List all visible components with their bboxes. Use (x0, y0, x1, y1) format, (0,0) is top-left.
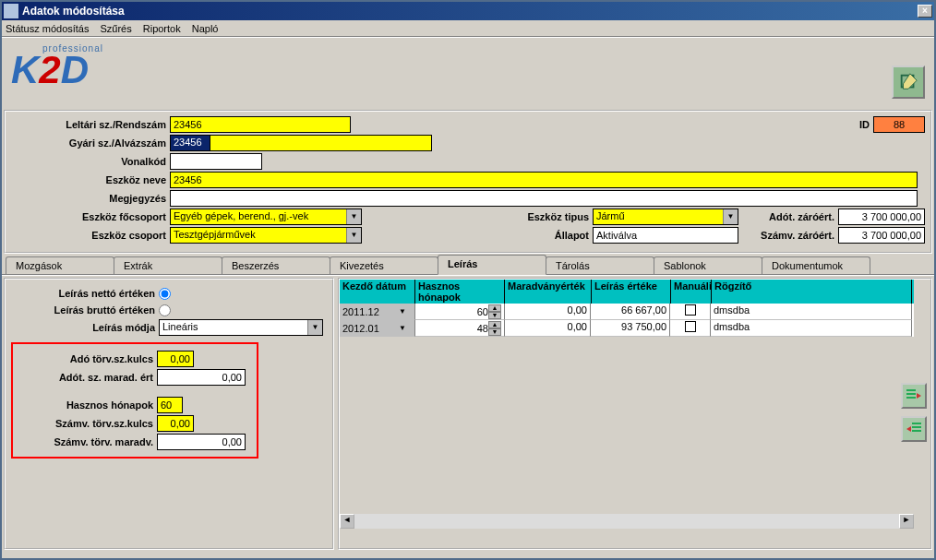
input-leltari[interactable] (170, 116, 351, 133)
label-focsoport: Eszköz főcsoport (11, 211, 170, 222)
cell-man[interactable] (670, 320, 711, 337)
input-adot[interactable] (838, 209, 925, 225)
label-hasznos: Hasznos hónapok (18, 399, 157, 411)
tab-tarolas[interactable]: Tárolás (546, 256, 654, 274)
svg-rect-3 (906, 397, 916, 399)
svg-rect-6 (912, 430, 921, 432)
menubar: Státusz módosítás Szűrés Riportok Napló (2, 20, 934, 37)
chevron-down-icon[interactable]: ▼ (399, 321, 412, 336)
grid-row[interactable]: 2011.12▼ 60▲▼ 0,00 66 667,00 dmsdba (340, 304, 914, 320)
edit-button[interactable] (892, 66, 925, 99)
svg-rect-2 (906, 393, 916, 395)
header-form: Leltári sz./Rendszám ID Gyári sz./Alvázs… (4, 110, 932, 254)
col-ertek[interactable]: Leírás értéke (592, 280, 671, 304)
col-rog[interactable]: Rögzítő (712, 280, 912, 304)
cell-ertek: 66 667,00 (591, 304, 670, 320)
tab-mozgasok[interactable]: Mozgások (6, 256, 114, 274)
col-months[interactable]: Hasznos hónapok (415, 280, 505, 304)
cell-months: 60 (477, 306, 488, 317)
tab-kivezetes[interactable]: Kivezetés (330, 256, 438, 274)
tabstrip: Mozgások Extrák Beszerzés Kivezetés Leír… (2, 255, 934, 275)
cell-marad: 0,00 (505, 320, 591, 337)
radio-brutto[interactable] (159, 304, 171, 316)
chevron-down-icon[interactable]: ▼ (346, 228, 361, 243)
list-arrow-icon (906, 387, 922, 404)
input-szamv-marad[interactable] (157, 434, 246, 450)
combo-tipus[interactable]: Jármű ▼ (593, 209, 738, 225)
label-adot: Adót. záróért. (746, 211, 838, 222)
scroll-track[interactable] (354, 514, 899, 529)
tab-extrak[interactable]: Extrák (114, 256, 222, 274)
svg-rect-5 (912, 426, 921, 428)
input-allapot (593, 227, 738, 244)
combo-focsoport-text: Egyéb gépek, berend., gj.-vek (171, 209, 346, 224)
spinner-icon[interactable]: ▲▼ (488, 321, 501, 336)
scroll-right-icon[interactable]: ► (899, 514, 914, 529)
grid-header: Kezdő dátum Hasznos hónapok Maradványért… (340, 280, 914, 304)
input-id (873, 116, 925, 133)
label-szamv: Számv. záróért. (746, 230, 838, 241)
tab-leiras[interactable]: Leírás (438, 255, 546, 275)
menu-filter[interactable]: Szűrés (101, 23, 132, 34)
grid-row[interactable]: 2012.01▼ 48▲▼ 0,00 93 750,00 dmsdba (340, 320, 914, 337)
combo-csoport[interactable]: Tesztgépjárművek ▼ (170, 227, 362, 244)
col-man[interactable]: Manuáli (671, 280, 712, 304)
list-arrow-back-icon (906, 421, 922, 437)
cell-rog: dmsdba (711, 304, 912, 320)
menu-reports[interactable]: Riportok (143, 23, 181, 34)
label-csoport: Eszköz csoport (11, 230, 170, 241)
combo-modja[interactable]: Lineáris ▼ (159, 319, 323, 336)
input-ado-kulcs[interactable] (157, 351, 194, 367)
label-id: ID (851, 119, 873, 130)
logo-d: D (61, 48, 89, 91)
tab-sablonok[interactable]: Sablonok (654, 256, 762, 274)
close-button[interactable]: × (918, 5, 932, 18)
combo-csoport-text: Tesztgépjárművek (171, 228, 346, 243)
chevron-down-icon[interactable]: ▼ (723, 209, 738, 224)
col-marad[interactable]: Maradványérték (505, 280, 592, 304)
input-neve[interactable] (170, 172, 918, 188)
logo: professional K2D (11, 43, 103, 87)
toolbar-area: professional K2D (2, 37, 934, 109)
cell-date: 2011.12 (342, 306, 379, 317)
grid: Kezdő dátum Hasznos hónapok Maradványért… (340, 280, 914, 337)
spinner-icon[interactable]: ▲▼ (488, 304, 501, 319)
insert-row-button[interactable] (901, 383, 927, 409)
label-tipus: Eszköz tipus (473, 211, 593, 222)
label-szamv-marad: Számv. törv. maradv. (18, 436, 157, 447)
input-gyari-selected[interactable]: 23456 (170, 135, 210, 151)
svg-rect-1 (906, 389, 916, 391)
input-vonalkod[interactable] (170, 153, 262, 170)
cell-months: 48 (477, 323, 488, 334)
chevron-down-icon[interactable]: ▼ (307, 320, 322, 335)
input-gyari-rest[interactable] (210, 135, 432, 151)
horizontal-scrollbar[interactable]: ◄ ► (340, 514, 914, 529)
input-adot-marad[interactable] (157, 369, 246, 386)
combo-focsoport[interactable]: Egyéb gépek, berend., gj.-vek ▼ (170, 209, 362, 225)
window-title: Adatok módosítása (22, 5, 918, 18)
label-modja: Leírás módja (11, 322, 159, 333)
app-icon (4, 4, 18, 18)
menu-log[interactable]: Napló (192, 23, 219, 34)
left-pane: Leírás nettó értéken Leírás bruttó érték… (4, 278, 334, 550)
radio-netto[interactable] (159, 288, 171, 300)
input-hasznos[interactable] (157, 397, 183, 413)
tab-dokumentumok[interactable]: Dokumentumok (762, 256, 870, 274)
chevron-down-icon[interactable]: ▼ (346, 209, 361, 224)
scroll-left-icon[interactable]: ◄ (340, 514, 354, 529)
input-szamv[interactable] (838, 227, 925, 244)
col-date[interactable]: Kezdő dátum (340, 280, 415, 304)
menu-status[interactable]: Státusz módosítás (6, 23, 90, 34)
cell-man[interactable] (670, 304, 711, 320)
input-szamv-kulcs[interactable] (157, 415, 194, 432)
chevron-down-icon[interactable]: ▼ (399, 304, 412, 319)
label-leltari: Leltári sz./Rendszám (11, 119, 170, 130)
label-vonalkod: Vonalkód (11, 156, 170, 167)
tab-beszerzes[interactable]: Beszerzés (222, 256, 330, 274)
cell-rog: dmsdba (711, 320, 912, 337)
label-allapot: Állapot (473, 230, 593, 241)
input-megj[interactable] (170, 190, 918, 207)
remove-row-button[interactable] (901, 416, 927, 442)
edit-icon (898, 72, 918, 92)
label-adot-marad: Adót. sz. marad. ért (18, 372, 157, 383)
